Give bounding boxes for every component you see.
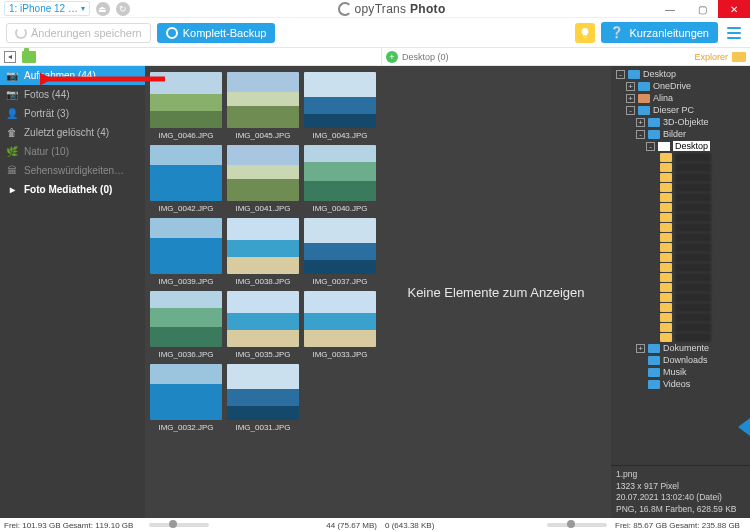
tree-label: Videos [663, 379, 690, 389]
sidebar-item[interactable]: 🏛Sehenswürdigkeiten… [0, 161, 145, 180]
sidebar-item[interactable]: ▸Foto Mediathek (0) [0, 180, 145, 199]
desktop-album-chip[interactable]: + Desktop (0) [386, 51, 449, 63]
folder-icon [660, 153, 672, 162]
collapse-explorer-handle[interactable] [738, 418, 750, 436]
tree-row[interactable]: +3D-Objekte [613, 116, 748, 128]
thumbnail[interactable]: IMG_0042.JPG [150, 145, 222, 213]
thumbnail-image [304, 72, 376, 128]
thumbnail[interactable]: IMG_0039.JPG [150, 218, 222, 286]
tips-button[interactable] [575, 23, 595, 43]
thumbnail[interactable]: IMG_0036.JPG [150, 291, 222, 359]
tree-label: Alina [653, 93, 673, 103]
tree-row[interactable]: -Desktop [613, 68, 748, 80]
menu-button[interactable] [724, 23, 744, 43]
tree-row[interactable] [643, 252, 748, 262]
thumbnail[interactable]: IMG_0041.JPG [227, 145, 299, 213]
sidebar-item[interactable]: 📷Aufnahmen (44) [0, 66, 145, 85]
tree-row[interactable] [643, 222, 748, 232]
thumbnail[interactable]: IMG_0033.JPG [304, 291, 376, 359]
tree-row[interactable] [643, 302, 748, 312]
tree-row[interactable]: Musik [613, 366, 748, 378]
thumbnail[interactable]: IMG_0035.JPG [227, 291, 299, 359]
thumbnail-label: IMG_0037.JPG [312, 277, 367, 286]
tree-row[interactable] [643, 272, 748, 282]
thumbnail-image [304, 291, 376, 347]
tree-row[interactable] [643, 312, 748, 322]
drop-size-slider[interactable] [547, 523, 607, 527]
expand-toggle[interactable]: - [646, 142, 655, 151]
quick-guides-button[interactable]: ❔ Kurzanleitungen [601, 22, 718, 43]
tree-row[interactable] [643, 332, 748, 342]
sidebar-item[interactable]: 👤Porträt (3) [0, 104, 145, 123]
collapse-sidebar-button[interactable]: ◂ [4, 51, 16, 63]
close-button[interactable]: ✕ [718, 0, 750, 18]
refresh-icon[interactable]: ↻ [116, 2, 130, 16]
panel-header-strip: ◂ + Desktop (0) Explorer [0, 48, 750, 66]
tree-row[interactable] [643, 172, 748, 182]
sidebar-item[interactable]: 🗑Zuletzt gelöscht (4) [0, 123, 145, 142]
thumbnail[interactable]: IMG_0045.JPG [227, 72, 299, 140]
minimize-button[interactable]: — [654, 0, 686, 18]
sidebar-item[interactable]: 🌿Natur (10) [0, 142, 145, 161]
tree-label: Dokumente [663, 343, 709, 353]
expand-toggle[interactable]: - [636, 130, 645, 139]
expand-toggle[interactable]: + [636, 344, 645, 353]
album-icon: 🌿 [6, 146, 18, 157]
tree-label: Downloads [663, 355, 708, 365]
tree-row[interactable] [643, 162, 748, 172]
thumbnail[interactable]: IMG_0037.JPG [304, 218, 376, 286]
tree-row[interactable]: -Dieser PC [613, 104, 748, 116]
tree-row[interactable]: +Dokumente [613, 342, 748, 354]
tree-row[interactable] [643, 202, 748, 212]
tree-row[interactable]: +Alina [613, 92, 748, 104]
maximize-button[interactable]: ▢ [686, 0, 718, 18]
main-content: 📷Aufnahmen (44)📷Fotos (44)👤Porträt (3)🗑Z… [0, 66, 750, 532]
tree-row[interactable] [643, 242, 748, 252]
thumbnail[interactable]: IMG_0046.JPG [150, 72, 222, 140]
device-label: 1: iPhone 12 … [9, 3, 78, 14]
tree-row[interactable] [643, 262, 748, 272]
tree-label [675, 213, 711, 222]
tree-row[interactable] [643, 212, 748, 222]
tree-row[interactable] [643, 152, 748, 162]
expand-toggle[interactable]: - [626, 106, 635, 115]
tree-row[interactable] [643, 292, 748, 302]
tree-label: 3D-Objekte [663, 117, 709, 127]
tree-row[interactable]: -Bilder [613, 128, 748, 140]
expand-toggle[interactable]: + [626, 94, 635, 103]
tree-row[interactable]: Videos [613, 378, 748, 390]
save-changes-button[interactable]: Änderungen speichern [6, 23, 151, 43]
new-album-icon[interactable] [22, 51, 36, 63]
device-selector[interactable]: 1: iPhone 12 … ▾ [4, 1, 90, 16]
thumbnail[interactable]: IMG_0032.JPG [150, 364, 222, 432]
expand-toggle[interactable]: + [626, 82, 635, 91]
full-backup-button[interactable]: Komplett-Backup [157, 23, 276, 43]
expand-toggle[interactable]: + [636, 118, 645, 127]
thumbnail-image [227, 72, 299, 128]
tree-row[interactable] [643, 282, 748, 292]
folder-tree[interactable]: -Desktop+OneDrive+Alina-Dieser PC+3D-Obj… [611, 66, 750, 465]
thumbnail-size-slider[interactable] [149, 523, 209, 527]
thumbnail-image [227, 291, 299, 347]
thumbnail[interactable]: IMG_0043.JPG [304, 72, 376, 140]
tree-row[interactable]: +OneDrive [613, 80, 748, 92]
folder-icon [660, 323, 672, 332]
tree-row[interactable] [643, 232, 748, 242]
album-icon: 📷 [6, 89, 18, 100]
thumbnail[interactable]: IMG_0038.JPG [227, 218, 299, 286]
thumbnail-pane[interactable]: IMG_0046.JPGIMG_0045.JPGIMG_0043.JPGIMG_… [145, 66, 381, 518]
thumbnail[interactable]: IMG_0040.JPG [304, 145, 376, 213]
thumbnail-label: IMG_0031.JPG [235, 423, 290, 432]
tree-row[interactable] [643, 182, 748, 192]
eject-icon[interactable]: ⏏ [96, 2, 110, 16]
device-storage-status: Frei: 101.93 GB Gesamt: 119.10 GB [0, 518, 145, 532]
expand-toggle[interactable]: - [616, 70, 625, 79]
thumbnail[interactable]: IMG_0031.JPG [227, 364, 299, 432]
tree-row[interactable]: -Desktop [613, 140, 748, 152]
tree-row[interactable]: Downloads [613, 354, 748, 366]
explorer-toggle[interactable]: Explorer [694, 52, 746, 62]
sidebar-item[interactable]: 📷Fotos (44) [0, 85, 145, 104]
tree-row[interactable] [643, 192, 748, 202]
drop-target-pane[interactable]: Keine Elemente zum Anzeigen [381, 66, 611, 518]
tree-row[interactable] [643, 322, 748, 332]
